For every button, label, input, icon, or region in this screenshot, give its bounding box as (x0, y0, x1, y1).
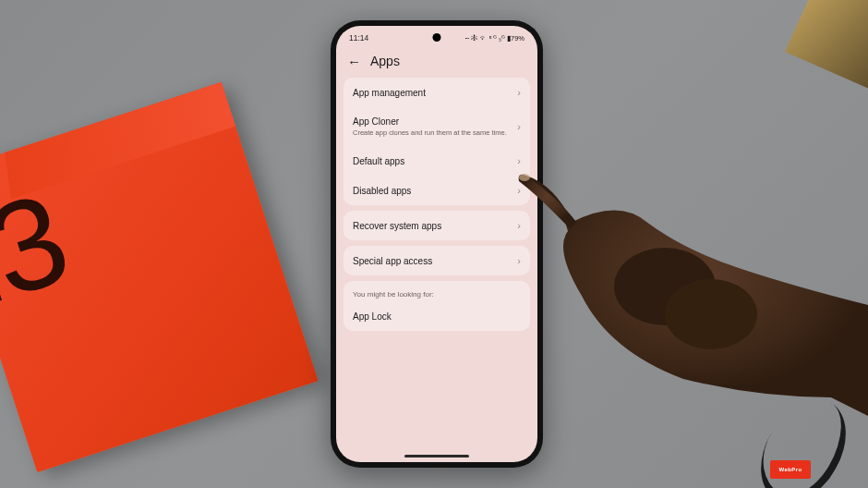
page-title: Apps (370, 54, 400, 68)
back-icon[interactable]: ← (347, 55, 361, 68)
settings-group-3: Special app access › (344, 246, 530, 275)
punch-hole-camera (433, 33, 441, 42)
status-icons: ⋯ ✻ ᯤ ⁵ᴳ ₅ᴳ ▮79% (465, 34, 524, 43)
chevron-right-icon: › (517, 255, 521, 266)
row-app-lock[interactable]: App Lock (344, 302, 530, 331)
row-recover-system-apps[interactable]: Recover system apps › (344, 211, 530, 240)
settings-content: App management › App Cloner Create app c… (336, 74, 537, 462)
suggestion-hint: You might be looking for: (344, 281, 530, 302)
row-app-cloner[interactable]: App Cloner Create app clones and run the… (344, 107, 530, 146)
row-special-app-access[interactable]: Special app access › (344, 246, 530, 275)
chevron-right-icon: › (517, 87, 521, 98)
row-app-management[interactable]: App management › (344, 78, 530, 107)
chevron-right-icon: › (517, 220, 521, 231)
chevron-right-icon: › (517, 185, 521, 196)
row-default-apps[interactable]: Default apps › (344, 146, 530, 176)
page-header: ← Apps (336, 46, 537, 74)
settings-group-1: App management › App Cloner Create app c… (344, 78, 530, 205)
status-time: 11:14 (349, 33, 368, 43)
suggestion-group: You might be looking for: App Lock (344, 281, 530, 331)
phone-frame: 11:14 ⋯ ✻ ᯤ ⁵ᴳ ₅ᴳ ▮79% ← Apps App manage… (331, 20, 543, 468)
gesture-bar[interactable] (404, 455, 469, 458)
row-disabled-apps[interactable]: Disabled apps › (344, 176, 530, 205)
product-box-number: 13 (0, 178, 80, 334)
chevron-right-icon: › (517, 155, 521, 166)
phone-screen: 11:14 ⋯ ✻ ᯤ ⁵ᴳ ₅ᴳ ▮79% ← Apps App manage… (336, 26, 537, 462)
settings-group-2: Recover system apps › (344, 211, 530, 240)
channel-badge (770, 460, 811, 479)
chevron-right-icon: › (517, 121, 521, 132)
